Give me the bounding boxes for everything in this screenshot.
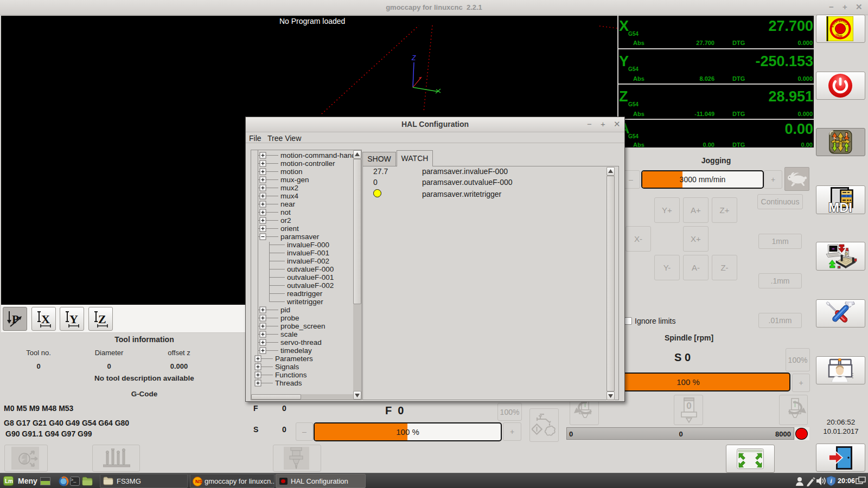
svg-text:Signals: Signals xyxy=(275,363,299,371)
svg-text:Z-: Z- xyxy=(846,133,848,136)
svg-text:motion-command-handler: motion-command-handler xyxy=(280,151,353,159)
svg-text:outvalueF-002: outvalueF-002 xyxy=(287,281,334,290)
svg-text:MDI: MDI xyxy=(828,200,852,213)
svg-text:A+: A+ xyxy=(845,147,848,150)
svg-text:paramsaver: paramsaver xyxy=(280,233,320,241)
svg-text:outvalueF-001: outvalueF-001 xyxy=(287,273,334,281)
svg-text:Y-: Y- xyxy=(839,143,842,145)
svg-text:mux-gen: mux-gen xyxy=(280,176,309,184)
svg-text:invalueF-000: invalueF-000 xyxy=(287,241,329,249)
svg-text:orient: orient xyxy=(280,224,299,233)
svg-text:motion-controller: motion-controller xyxy=(280,159,335,168)
svg-text:outvalueF-000: outvalueF-000 xyxy=(287,265,334,273)
svg-text:mux2: mux2 xyxy=(280,184,298,192)
svg-text:near: near xyxy=(280,200,296,208)
svg-text:not: not xyxy=(280,208,291,216)
svg-text:Z: Z xyxy=(98,312,106,326)
svg-text:invalueF-002: invalueF-002 xyxy=(287,257,329,265)
svg-text:0: 0 xyxy=(686,401,691,411)
svg-text:Y: Y xyxy=(69,312,78,326)
svg-text:P: P xyxy=(12,313,19,326)
svg-text:invalueF-001: invalueF-001 xyxy=(287,249,329,257)
svg-text:timedelay: timedelay xyxy=(280,346,312,355)
svg-text:Parameters: Parameters xyxy=(275,355,313,363)
svg-text:probe_screen: probe_screen xyxy=(280,322,326,330)
svg-text:writetrigger: writetrigger xyxy=(286,298,323,306)
svg-text:readtrigger: readtrigger xyxy=(287,290,323,298)
svg-text:scale: scale xyxy=(280,330,298,338)
svg-text:X: X xyxy=(41,312,50,326)
svg-text:servo-thread: servo-thread xyxy=(280,338,322,346)
svg-text:Threads: Threads xyxy=(275,379,302,387)
svg-text:mux4: mux4 xyxy=(280,192,299,200)
svg-text:Z: Z xyxy=(411,54,416,62)
svg-text:pid: pid xyxy=(280,306,290,314)
svg-text:or2: or2 xyxy=(280,216,291,224)
svg-text:Z+: Z+ xyxy=(833,137,837,140)
svg-text:motion: motion xyxy=(280,168,303,176)
svg-text:probe: probe xyxy=(280,314,299,322)
svg-text:X+: X+ xyxy=(843,140,846,143)
svg-text:Functions: Functions xyxy=(275,371,307,379)
svg-text:Y-: Y- xyxy=(833,143,835,146)
